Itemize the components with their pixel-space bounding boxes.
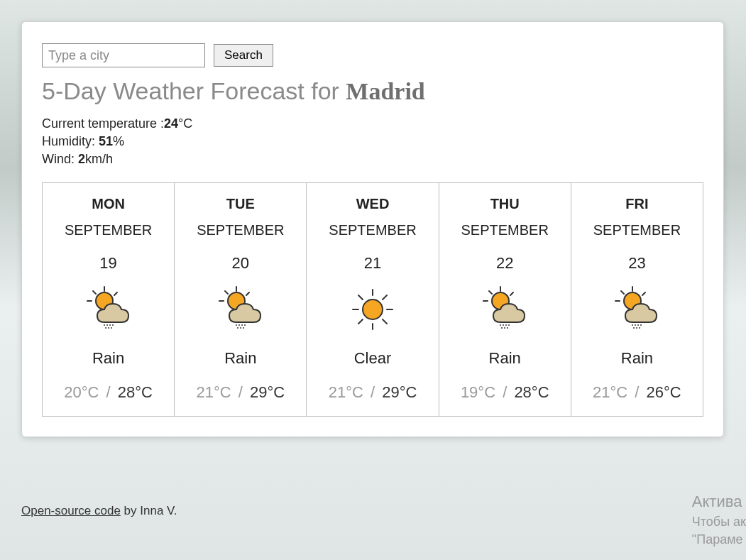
month-label: SEPTEMBER xyxy=(593,222,681,238)
condition-label: Rain xyxy=(621,349,653,368)
sun-cloud-rain-icon xyxy=(215,284,266,335)
day-of-week: MON xyxy=(92,196,125,212)
current-humidity: Humidity: 51% xyxy=(42,134,703,149)
condition-label: Rain xyxy=(489,349,521,368)
condition-label: Rain xyxy=(92,349,124,368)
day-of-week: FRI xyxy=(625,196,648,212)
current-temp: Current temperature :24°C xyxy=(42,116,703,131)
forecast-day: TUE SEPTEMBER 20 Rain 21°C / 29°C xyxy=(175,183,307,416)
date-number: 22 xyxy=(496,254,513,273)
temp-high: 28°C xyxy=(514,383,549,401)
search-row: Search xyxy=(42,43,703,67)
date-number: 23 xyxy=(628,254,645,273)
date-number: 20 xyxy=(232,254,249,273)
temp-low: 21°C xyxy=(593,383,627,401)
footer-author: by Inna V. xyxy=(121,504,177,517)
sun-cloud-rain-icon xyxy=(83,284,134,335)
temp-high: 29°C xyxy=(250,383,285,401)
day-of-week: THU xyxy=(490,196,520,212)
month-label: SEPTEMBER xyxy=(65,222,152,238)
footer: Open-source code by Inna V. xyxy=(21,504,177,518)
forecast-day: MON SEPTEMBER 19 Rain 20°C / 28°C xyxy=(43,183,175,416)
current-conditions: Current temperature :24°C Humidity: 51% … xyxy=(42,116,703,167)
temp-range: 20°C / 28°C xyxy=(64,383,153,402)
temp-range: 19°C / 28°C xyxy=(461,383,549,402)
page-title: 5-Day Weather Forecast for Madrid xyxy=(42,77,703,105)
windows-activation-watermark: Актива Чтобы ак "Параме xyxy=(692,491,746,549)
city-input[interactable] xyxy=(42,43,205,67)
title-prefix: 5-Day Weather Forecast for xyxy=(42,77,346,104)
temp-range: 21°C / 26°C xyxy=(593,383,681,402)
open-source-link[interactable]: Open-source code xyxy=(21,504,121,517)
condition-label: Clear xyxy=(354,349,392,368)
forecast-day: WED SEPTEMBER 21 Clear 21°C / 29°C xyxy=(307,183,439,416)
temp-range: 21°C / 29°C xyxy=(329,383,417,402)
sun-icon xyxy=(347,284,398,335)
day-of-week: WED xyxy=(356,196,390,212)
weather-card: Search 5-Day Weather Forecast for Madrid… xyxy=(21,21,724,437)
sun-cloud-rain-icon xyxy=(479,284,530,335)
temp-high: 26°C xyxy=(647,383,681,401)
temp-range: 21°C / 29°C xyxy=(196,383,285,402)
date-number: 21 xyxy=(364,254,381,273)
search-button[interactable]: Search xyxy=(214,44,273,67)
sun-cloud-rain-icon xyxy=(611,284,662,335)
forecast-day: FRI SEPTEMBER 23 Rain 21°C / 26°C xyxy=(571,183,703,416)
temp-low: 19°C xyxy=(461,383,495,401)
temp-low: 20°C xyxy=(64,383,99,401)
date-number: 19 xyxy=(99,254,116,273)
temp-low: 21°C xyxy=(329,383,363,401)
month-label: SEPTEMBER xyxy=(197,222,284,238)
temp-high: 28°C xyxy=(118,383,153,401)
forecast-day: THU SEPTEMBER 22 Rain 19°C / 28°C xyxy=(439,183,571,416)
temp-low: 21°C xyxy=(196,383,231,401)
month-label: SEPTEMBER xyxy=(329,222,416,238)
temp-high: 29°C xyxy=(382,383,417,401)
month-label: SEPTEMBER xyxy=(461,222,549,238)
forecast-grid: MON SEPTEMBER 19 Rain 20°C / 28°C TUE SE… xyxy=(42,182,703,417)
current-wind: Wind: 2km/h xyxy=(42,152,703,167)
title-city: Madrid xyxy=(346,78,424,104)
condition-label: Rain xyxy=(224,349,256,368)
day-of-week: TUE xyxy=(226,196,255,212)
